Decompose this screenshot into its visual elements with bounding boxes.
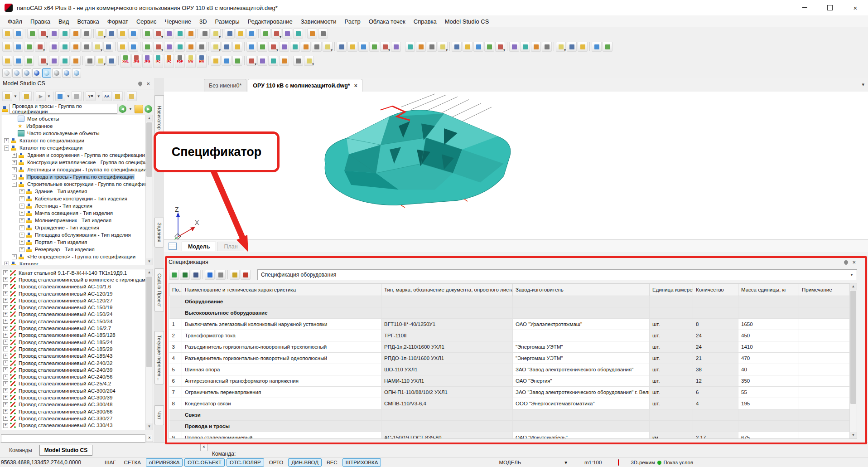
expander-icon[interactable]: + [19,233,24,238]
scroll-up-icon[interactable]: ▲ [146,269,153,276]
toolbar-icon[interactable] [279,42,289,52]
toolbar-icon[interactable] [71,56,81,66]
toolbar-icon[interactable] [509,42,519,52]
menu-item-13[interactable]: Облака точек [365,17,410,26]
toolbar-icon[interactable] [427,42,437,52]
expander-icon[interactable]: + [12,175,17,180]
tree-item[interactable]: +Здание - Тип изделия [1,188,153,195]
printer-icon[interactable] [2,91,12,101]
toolbar-icon[interactable] [438,42,448,52]
menu-item-4[interactable]: Вставка [73,17,103,26]
toolbar-icon[interactable] [35,42,45,52]
menu-item-15[interactable]: Model Studio CS [441,17,493,26]
export-pdf-icon[interactable]: PDF [175,54,185,68]
expander-icon[interactable]: + [3,312,8,317]
toolbar-icon[interactable] [222,42,231,52]
tree-item[interactable]: +Провода и тросы - Группа по спецификаци… [1,173,153,180]
spec-scrollbar[interactable]: ▲ ▼ [849,283,857,438]
tree-view-icon[interactable] [55,91,65,101]
tree-item[interactable]: +Каталог [1,260,153,265]
toolbar-icon[interactable] [380,42,390,52]
toolbar-icon[interactable] [307,29,317,39]
list-item[interactable]: +Провод сталеалюминиевый АС-150/19 [1,304,153,311]
expander-icon[interactable]: + [3,277,8,282]
export-nw-icon[interactable]: NW [186,54,196,68]
toolbar-icon[interactable] [257,56,267,66]
toolbar-icon[interactable] [318,29,328,39]
toolbar-icon[interactable] [38,56,48,66]
toolbar-icon[interactable] [128,42,138,52]
chip-icon[interactable] [72,91,82,101]
visual-style-icon-6[interactable] [52,68,61,78]
expander-icon[interactable]: + [3,284,8,289]
document-tab[interactable]: Без имени0* [204,79,246,92]
toolbar-icon[interactable] [38,29,48,39]
tree-item[interactable]: +Резервуар - Тип изделия [1,246,153,253]
export-hw-icon[interactable]: HW [197,54,207,68]
toolbar-icon[interactable] [484,42,494,52]
toolbar-icon[interactable] [164,29,174,39]
close-tab-icon[interactable]: × [354,83,357,89]
export-ifc-icon[interactable]: IFC [153,54,163,68]
toolbar-icon[interactable] [92,42,102,52]
mode-3d-label[interactable]: 3D-режим [631,460,655,465]
toolbar-icon[interactable] [279,56,289,66]
table-row[interactable]: Высоковольтное оборудование [169,307,857,319]
toolbar-icon[interactable] [542,42,552,52]
toolbar-icon[interactable] [96,29,106,39]
toolbar-icon[interactable] [106,56,116,66]
forward-icon[interactable]: ▶ [145,105,152,113]
toolbar-icon[interactable] [246,56,256,66]
funnel-icon[interactable] [113,91,123,101]
tree-item[interactable]: +Молниеприемник - Тип изделия [1,217,153,224]
save-table-icon[interactable] [191,270,201,280]
table-row[interactable]: 8Конденсатор связиСМПВ-110/V3-6,4ООО "Эн… [169,398,857,409]
list-item[interactable]: +Провод сталеалюминиевый АС-330/43 [1,422,153,429]
layouts-icon[interactable] [169,243,177,250]
scroll-thumb[interactable] [146,277,152,367]
table-row[interactable]: Оборудование [169,296,857,307]
expander-icon[interactable]: − [12,182,17,187]
menu-item-3[interactable]: Вид [54,17,73,26]
tree-item[interactable]: Часто используемые объекты [1,130,153,137]
side-tab-3[interactable]: Задания [154,218,164,248]
toolbar-icon[interactable] [271,29,281,39]
expander-icon[interactable]: + [3,319,8,324]
list-item[interactable]: +Провод сталеалюминиевый АС-25/4.2 [1,380,153,387]
binoculars-icon[interactable]: АА [102,91,112,101]
annotation-scale[interactable]: m1:100 [584,460,602,465]
expander-icon[interactable]: + [19,247,24,252]
tree-item[interactable]: Мои объекты [1,115,153,122]
expander-icon[interactable]: + [3,367,8,372]
list-scrollbar[interactable]: ▲ ▼ [145,269,153,430]
expander-icon[interactable]: + [3,270,8,275]
toolbar-icon[interactable] [60,56,70,66]
close-button[interactable]: × [843,0,868,15]
panel-splitter[interactable] [0,265,154,269]
insert-table-icon[interactable] [180,270,190,280]
list-item[interactable]: +Провод сталеалюминиевый АС-185/29 [1,345,153,352]
display-mode-label[interactable]: Показ услов [664,460,693,465]
side-tab-5[interactable]: Текущие перемен... [154,331,164,384]
toolbar-icon[interactable] [82,29,92,39]
toolbar-icon[interactable] [49,42,59,52]
toolbar-icon[interactable] [268,42,278,52]
scroll-thumb[interactable] [146,122,152,177]
toolbar-icon[interactable] [13,29,23,39]
sort-icon[interactable] [169,270,179,280]
list-item[interactable]: +Провод сталеалюминиевый АС-240/39 [1,366,153,373]
tree-scrollbar[interactable]: ▲ ▼ [145,115,153,265]
menu-item-8[interactable]: 3D [195,17,211,26]
column-header[interactable]: Завод-изготовитель [513,284,650,296]
expander-icon[interactable]: + [3,305,8,310]
expander-icon[interactable]: − [4,146,9,151]
visual-style-icon-3[interactable] [22,68,31,78]
list-item[interactable]: +Провод сталеалюминиевый АС-185/24 [1,339,153,345]
toolbar-icon[interactable] [60,42,70,52]
console-tab-active[interactable]: Model Studio CS [39,445,92,456]
tree-item[interactable]: +Мачта освещения - Тип изделия [1,209,153,217]
table-row[interactable]: 4Разъединитель горизонтально-поворотный … [169,353,857,364]
properties-icon[interactable] [230,270,240,280]
toggle-вес[interactable]: ВЕС [323,458,341,467]
expander-icon[interactable]: + [19,225,24,230]
